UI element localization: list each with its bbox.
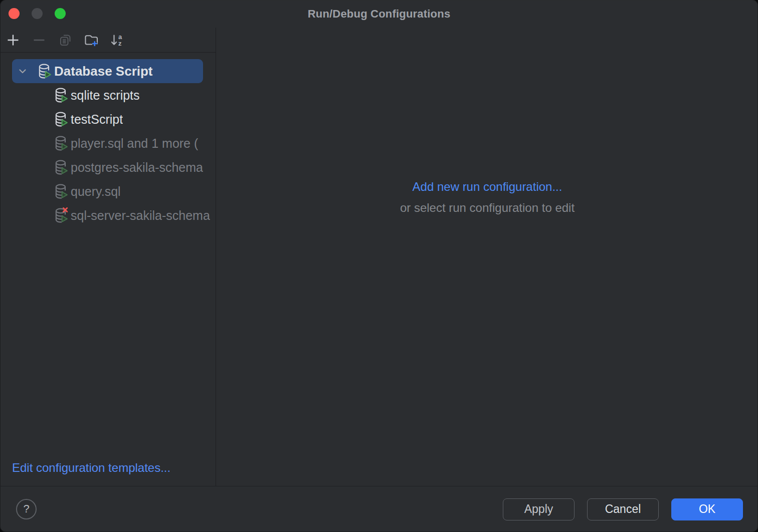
empty-state: Add new run configuration... or select r… xyxy=(217,179,758,215)
database-script-icon xyxy=(54,183,68,199)
configurations-tree: Database Script sqlite scripts testScrip… xyxy=(0,59,216,227)
chevron-down-icon[interactable] xyxy=(17,65,29,77)
empty-state-hint: or select run configuration to edit xyxy=(217,200,758,215)
sort-letter-z: z xyxy=(118,40,122,47)
dialog-buttons: Apply Cancel OK xyxy=(503,498,743,520)
plus-icon xyxy=(6,33,21,48)
cancel-button[interactable]: Cancel xyxy=(587,498,659,520)
add-new-run-configuration-link[interactable]: Add new run configuration... xyxy=(413,179,562,194)
add-configuration-button[interactable] xyxy=(4,31,22,49)
tree-row[interactable]: sqlite scripts xyxy=(0,83,216,107)
minus-icon xyxy=(32,33,47,48)
configurations-sidebar: a z Database Script xyxy=(0,28,216,486)
ok-button[interactable]: OK xyxy=(671,498,743,520)
sort-configurations-button[interactable]: a z xyxy=(108,31,126,49)
question-mark-icon: ? xyxy=(23,502,29,515)
apply-button[interactable]: Apply xyxy=(503,498,575,520)
dialog-footer: ? Apply Cancel OK xyxy=(0,486,758,532)
tree-row[interactable]: testScript xyxy=(0,107,216,131)
copy-configuration-button[interactable] xyxy=(56,31,74,49)
tree-item-label: sqlite scripts xyxy=(71,88,140,103)
tree-item-label: testScript xyxy=(71,112,123,127)
copy-icon xyxy=(58,33,73,48)
help-button[interactable]: ? xyxy=(16,499,37,519)
database-script-icon xyxy=(54,87,68,103)
tree-item-label: postgres-sakila-schema xyxy=(71,160,203,175)
tree-row[interactable]: query.sql xyxy=(0,179,216,203)
tree-item-label: query.sql xyxy=(71,184,121,199)
database-script-icon xyxy=(54,135,68,151)
tree-item-label: sql-server-sakila-schema xyxy=(71,208,210,223)
dialog-title: Run/Debug Configurations xyxy=(0,0,758,28)
tree-row[interactable]: player.sql and 1 more ( xyxy=(0,131,216,155)
database-script-icon xyxy=(38,63,52,79)
database-script-icon xyxy=(54,159,68,175)
tree-row[interactable]: Database Script xyxy=(12,59,203,83)
tree-item-label: Database Script xyxy=(54,64,153,79)
tree-row[interactable]: sql-server-sakila-schema xyxy=(0,203,216,227)
configuration-detail-panel: Add new run configuration... or select r… xyxy=(217,28,758,486)
database-script-icon xyxy=(54,111,68,127)
tree-row[interactable]: postgres-sakila-schema xyxy=(0,155,216,179)
tree-item-label: player.sql and 1 more ( xyxy=(71,136,198,151)
database-script-icon xyxy=(54,207,68,223)
folder-plus-icon xyxy=(83,32,99,48)
new-folder-button[interactable] xyxy=(82,31,100,49)
remove-configuration-button[interactable] xyxy=(30,31,48,49)
run-debug-configurations-dialog: Run/Debug Configurations xyxy=(0,0,758,532)
sidebar-toolbar: a z xyxy=(0,28,216,53)
edit-configuration-templates-link[interactable]: Edit configuration templates... xyxy=(12,461,170,475)
sort-az-icon: a z xyxy=(109,32,125,48)
titlebar: Run/Debug Configurations xyxy=(0,0,758,28)
